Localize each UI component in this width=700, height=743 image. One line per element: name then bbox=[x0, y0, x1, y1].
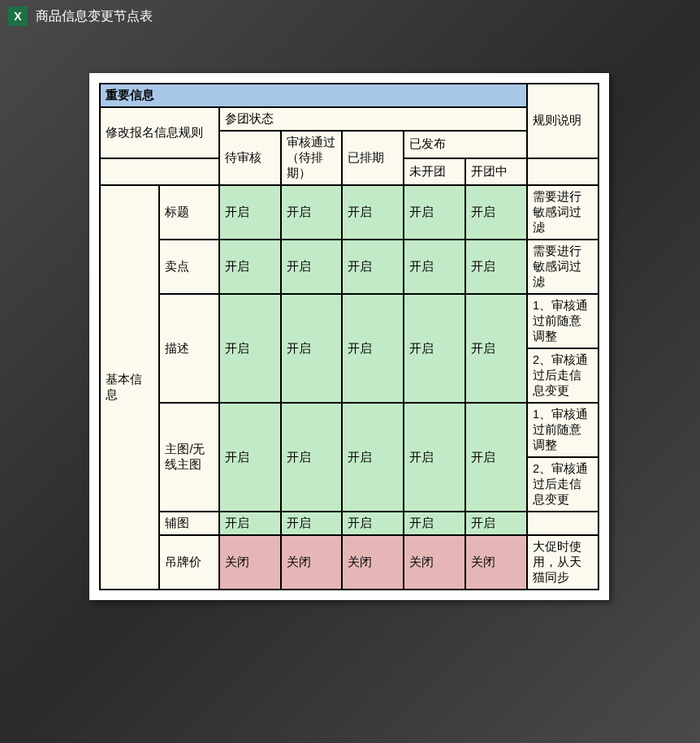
cell-important-info: 重要信息 bbox=[100, 84, 527, 107]
cell-value: 开启 bbox=[465, 403, 527, 512]
cell-value: 开启 bbox=[404, 185, 465, 240]
cell-value: 关闭 bbox=[342, 535, 404, 590]
cell-status-scheduled: 已排期 bbox=[342, 131, 404, 185]
cell-category-basic: 基本信息 bbox=[100, 185, 159, 590]
cell-status-opening: 开团中 bbox=[465, 158, 527, 186]
cell-value: 开启 bbox=[342, 512, 404, 535]
cell-value: 关闭 bbox=[219, 535, 281, 590]
cell-value: 开启 bbox=[465, 240, 527, 294]
empty-spacer-2 bbox=[527, 158, 598, 186]
cell-value: 开启 bbox=[342, 185, 404, 240]
window-title: 商品信息变更节点表 bbox=[36, 8, 153, 25]
cell-value: 开启 bbox=[281, 185, 343, 240]
cell-value: 开启 bbox=[465, 512, 527, 535]
header-row-important: 重要信息 规则说明 bbox=[100, 84, 598, 107]
row-tag-price: 吊牌价 关闭 关闭 关闭 关闭 关闭 大促时使用，从天猫同步 bbox=[100, 535, 598, 590]
cell-rule bbox=[527, 512, 598, 535]
header-row-2: 修改报名信息规则 参团状态 bbox=[100, 107, 598, 131]
row-title: 基本信息 标题 开启 开启 开启 开启 开启 需要进行敏感词过滤 bbox=[100, 185, 598, 240]
cell-rule: 2、审核通过后走信息变更 bbox=[527, 348, 598, 403]
cell-label: 标题 bbox=[159, 185, 218, 240]
cell-value: 开启 bbox=[342, 294, 404, 403]
cell-status-published: 已发布 bbox=[404, 131, 527, 158]
cell-group-status: 参团状态 bbox=[219, 107, 527, 131]
cell-value: 开启 bbox=[281, 240, 343, 294]
cell-label: 辅图 bbox=[159, 512, 218, 535]
cell-status-approved: 审核通过（待排期） bbox=[281, 131, 343, 185]
cell-value: 开启 bbox=[342, 240, 404, 294]
cell-value: 关闭 bbox=[404, 535, 465, 590]
cell-status-notopen: 未开团 bbox=[404, 158, 465, 186]
row-description: 描述 开启 开启 开启 开启 开启 1、审核通过前随意调整 bbox=[100, 294, 598, 348]
row-aux-image: 辅图 开启 开启 开启 开启 开启 bbox=[100, 512, 598, 535]
cell-label: 吊牌价 bbox=[159, 535, 218, 590]
cell-rule: 1、审核通过前随意调整 bbox=[527, 403, 598, 457]
cell-value: 开启 bbox=[281, 512, 343, 535]
cell-value: 开启 bbox=[281, 403, 343, 512]
cell-value: 关闭 bbox=[281, 535, 343, 590]
cell-value: 开启 bbox=[465, 185, 527, 240]
cell-label: 描述 bbox=[159, 294, 218, 403]
cell-rule-desc-header: 规则说明 bbox=[527, 84, 598, 158]
cell-value: 开启 bbox=[219, 185, 281, 240]
rules-table: 重要信息 规则说明 修改报名信息规则 参团状态 待审核 审核通过（待排期） 已排… bbox=[99, 83, 599, 590]
cell-value: 开启 bbox=[219, 403, 281, 512]
cell-status-pending: 待审核 bbox=[219, 131, 281, 185]
cell-value: 开启 bbox=[219, 294, 281, 403]
cell-value: 开启 bbox=[342, 403, 404, 512]
cell-value: 开启 bbox=[465, 294, 527, 403]
cell-label: 卖点 bbox=[159, 240, 218, 294]
document-page: 重要信息 规则说明 修改报名信息规则 参团状态 待审核 审核通过（待排期） 已排… bbox=[89, 73, 609, 600]
window-titlebar: 商品信息变更节点表 bbox=[0, 0, 700, 32]
cell-rule: 需要进行敏感词过滤 bbox=[527, 185, 598, 240]
row-selling-point: 卖点 开启 开启 开启 开启 开启 需要进行敏感词过滤 bbox=[100, 240, 598, 294]
cell-value: 开启 bbox=[219, 240, 281, 294]
cell-rule: 需要进行敏感词过滤 bbox=[527, 240, 598, 294]
cell-value: 开启 bbox=[219, 512, 281, 535]
cell-rule: 2、审核通过后走信息变更 bbox=[527, 457, 598, 512]
empty-spacer bbox=[100, 158, 219, 186]
cell-value: 开启 bbox=[404, 512, 465, 535]
excel-icon bbox=[8, 6, 28, 26]
cell-value: 开启 bbox=[404, 294, 465, 403]
cell-value: 开启 bbox=[404, 403, 465, 512]
cell-value: 开启 bbox=[281, 294, 343, 403]
cell-label: 主图/无线主图 bbox=[159, 403, 218, 512]
row-main-image: 主图/无线主图 开启 开启 开启 开启 开启 1、审核通过前随意调整 bbox=[100, 403, 598, 457]
cell-value: 关闭 bbox=[465, 535, 527, 590]
cell-modify-rule: 修改报名信息规则 bbox=[100, 107, 219, 158]
cell-rule: 1、审核通过前随意调整 bbox=[527, 294, 598, 348]
cell-rule: 大促时使用，从天猫同步 bbox=[527, 535, 598, 590]
cell-value: 开启 bbox=[404, 240, 465, 294]
